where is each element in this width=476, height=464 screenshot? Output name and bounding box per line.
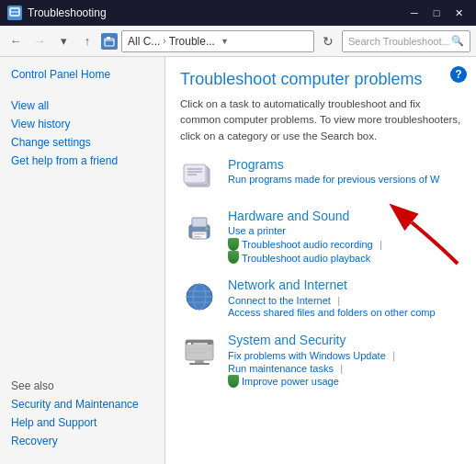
search-placeholder: Search Troubleshoot... [348, 36, 451, 47]
system-link-3[interactable]: Improve power usage [242, 376, 339, 387]
svg-rect-11 [192, 218, 207, 227]
hardware-link-1[interactable]: Troubleshoot audio recording [242, 239, 373, 250]
view-history-link[interactable]: View history [11, 118, 153, 130]
path-separator: › [163, 36, 165, 46]
network-content: Network and Internet Connect to the Inte… [228, 277, 461, 320]
category-network: Network and Internet Connect to the Inte… [180, 277, 461, 320]
control-panel-home-link[interactable]: Control Panel Home [11, 68, 153, 81]
see-also-section: See also Security and Maintenance Help a… [11, 379, 153, 453]
window-controls: ─ □ ✕ [404, 5, 469, 21]
system-title[interactable]: System and Security [228, 333, 461, 347]
close-button[interactable]: ✕ [448, 5, 469, 21]
main-layout: Control Panel Home View all View history… [0, 57, 476, 464]
hardware-sublink-1[interactable]: Use a printer [228, 225, 461, 236]
path-dropdown-icon: ▼ [221, 37, 229, 46]
title-bar: Troubleshooting ─ □ ✕ [0, 0, 476, 26]
pipe-3: | [392, 350, 395, 361]
hardware-title[interactable]: Hardware and Sound [228, 209, 461, 223]
category-programs: Programs Run programs made for previous … [180, 157, 461, 196]
dropdown-button[interactable]: ▾ [53, 31, 74, 51]
category-hardware: Hardware and Sound Use a printer Trouble… [180, 209, 461, 266]
network-link-1[interactable]: Connect to the Internet [228, 295, 331, 306]
hardware-content: Hardware and Sound Use a printer Trouble… [228, 209, 461, 266]
left-nav-main: Control Panel Home View all View history… [11, 68, 153, 379]
svg-rect-27 [195, 360, 204, 363]
hardware-links-row: Troubleshoot audio recording | Troublesh… [228, 238, 461, 266]
shield-icon-3 [228, 375, 239, 388]
programs-link-1[interactable]: Run programs made for previous versions … [228, 174, 461, 185]
up-button[interactable]: ↑ [77, 31, 97, 51]
pipe-4: | [340, 363, 343, 374]
help-icon[interactable]: ? [450, 66, 467, 83]
system-link-2[interactable]: Run maintenance tasks [228, 363, 334, 374]
svg-rect-3 [107, 37, 110, 40]
network-icon [180, 277, 219, 316]
search-box[interactable]: Search Troubleshoot... 🔍 [342, 30, 470, 52]
pipe-2: | [337, 295, 340, 306]
svg-rect-6 [184, 164, 206, 183]
network-links-row: Connect to the Internet | Access shared … [228, 294, 461, 318]
category-system: System and Security Fix problems with Wi… [180, 333, 461, 389]
network-link-2[interactable]: Access shared files and folders on other… [228, 307, 461, 318]
help-support-link[interactable]: Help and Support [11, 416, 153, 429]
change-settings-link[interactable]: Change settings [11, 136, 153, 149]
hardware-link-2[interactable]: Troubleshoot audio playback [242, 253, 370, 264]
app-icon [7, 6, 22, 20]
path-part2: Trouble... [169, 35, 215, 48]
programs-icon [180, 157, 219, 196]
programs-title[interactable]: Programs [228, 157, 461, 172]
forward-button[interactable]: → [29, 31, 50, 51]
shield-icon-1 [228, 238, 239, 251]
minimize-button[interactable]: ─ [404, 5, 425, 21]
page-description: Click on a task to automatically trouble… [180, 96, 461, 144]
path-part1: All C... [128, 35, 160, 48]
address-path[interactable]: All C... › Trouble... ▼ [121, 30, 314, 52]
get-help-link[interactable]: Get help from a friend [11, 154, 153, 167]
refresh-button[interactable]: ↻ [318, 31, 338, 51]
svg-rect-2 [105, 39, 114, 46]
left-panel: Control Panel Home View all View history… [0, 57, 165, 464]
svg-rect-25 [187, 348, 211, 350]
svg-rect-12 [192, 232, 207, 239]
svg-rect-14 [194, 236, 201, 238]
hardware-icon [180, 209, 219, 247]
back-button[interactable]: ← [6, 31, 26, 51]
search-icon: 🔍 [451, 35, 464, 47]
view-all-link[interactable]: View all [11, 99, 153, 112]
svg-point-15 [206, 227, 209, 230]
recovery-link[interactable]: Recovery [11, 435, 153, 447]
system-links-row: Fix problems with Windows Update | Run m… [228, 349, 461, 389]
svg-rect-24 [193, 343, 208, 345]
system-content: System and Security Fix problems with Wi… [228, 333, 461, 389]
shield-icon-2 [228, 251, 239, 264]
path-icon [101, 33, 118, 50]
pipe-1: | [380, 239, 382, 250]
see-also-label: See also [11, 379, 153, 392]
maximize-button[interactable]: □ [426, 5, 447, 21]
address-bar: ← → ▾ ↑ All C... › Trouble... ▼ ↻ Search… [0, 26, 476, 57]
window-title: Troubleshooting [28, 6, 404, 19]
svg-rect-28 [189, 363, 210, 365]
page-title: Troubleshoot computer problems [180, 70, 461, 89]
svg-rect-26 [187, 352, 206, 354]
system-link-1[interactable]: Fix problems with Windows Update [228, 350, 386, 361]
right-panel: ? Troubleshoot computer problems Click o… [165, 57, 476, 464]
network-title[interactable]: Network and Internet [228, 277, 461, 292]
system-icon [180, 333, 219, 371]
svg-rect-13 [194, 233, 205, 235]
security-maintenance-link[interactable]: Security and Maintenance [11, 398, 153, 411]
programs-content: Programs Run programs made for previous … [228, 157, 461, 187]
svg-rect-23 [187, 343, 191, 345]
